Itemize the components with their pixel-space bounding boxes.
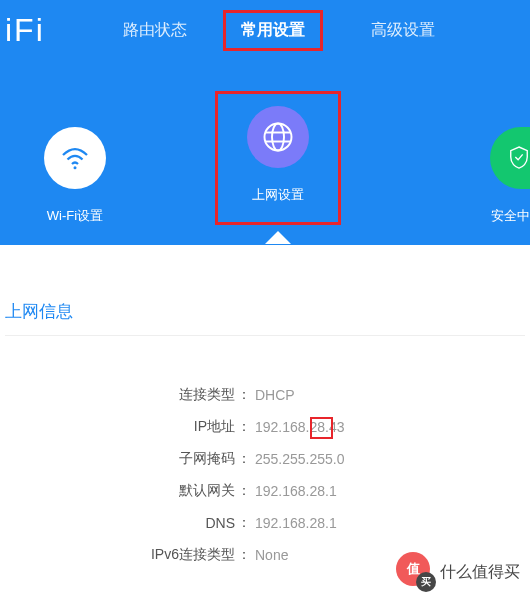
card-security-label: 安全中: [490, 207, 530, 225]
mask-value: 255.255.255.0: [255, 451, 345, 467]
ip-value: 192.168.28.43: [255, 419, 345, 435]
ip-label: IP地址: [55, 418, 235, 436]
watermark: 值 买 什么值得买: [396, 552, 520, 592]
mask-label: 子网掩码: [55, 450, 235, 468]
ipv6-value: None: [255, 547, 288, 563]
wifi-icon: [44, 127, 106, 189]
section-title: 上网信息: [5, 300, 525, 336]
row-ip: IP地址 ： 192.168.28.43: [55, 418, 475, 436]
dns-label: DNS: [55, 515, 235, 531]
gateway-value: 192.168.28.1: [255, 483, 337, 499]
watermark-text: 什么值得买: [440, 562, 520, 583]
globe-icon: [247, 106, 309, 168]
ipv6-label: IPv6连接类型: [55, 546, 235, 564]
card-wifi-label: Wi-Fi设置: [15, 207, 135, 225]
row-gateway: 默认网关 ： 192.168.28.1: [55, 482, 475, 500]
conn-type-value: DHCP: [255, 387, 295, 403]
svg-point-1: [265, 124, 292, 151]
row-dns: DNS ： 192.168.28.1: [55, 514, 475, 532]
watermark-badge-2: 买: [416, 572, 436, 592]
nav-common-settings[interactable]: 常用设置: [223, 10, 323, 51]
conn-type-label: 连接类型: [55, 386, 235, 404]
card-net-label: 上网设置: [218, 186, 338, 204]
active-indicator: [265, 231, 291, 244]
logo: iFi: [0, 12, 105, 49]
card-security[interactable]: 安全中: [490, 127, 530, 225]
row-conn-type: 连接类型 ： DHCP: [55, 386, 475, 404]
row-mask: 子网掩码 ： 255.255.255.0: [55, 450, 475, 468]
svg-point-2: [272, 124, 284, 151]
highlight-box: [310, 417, 333, 439]
network-info-grid: 连接类型 ： DHCP IP地址 ： 192.168.28.43 子网掩码 ： …: [55, 386, 475, 564]
dns-value: 192.168.28.1: [255, 515, 337, 531]
nav-advanced-settings[interactable]: 高级设置: [353, 10, 453, 51]
card-net-settings[interactable]: 上网设置: [215, 91, 341, 225]
svg-point-0: [74, 166, 77, 169]
card-wifi-settings[interactable]: Wi-Fi设置: [15, 127, 135, 225]
gateway-label: 默认网关: [55, 482, 235, 500]
nav-route-status[interactable]: 路由状态: [105, 10, 205, 51]
shield-icon: [490, 127, 530, 189]
